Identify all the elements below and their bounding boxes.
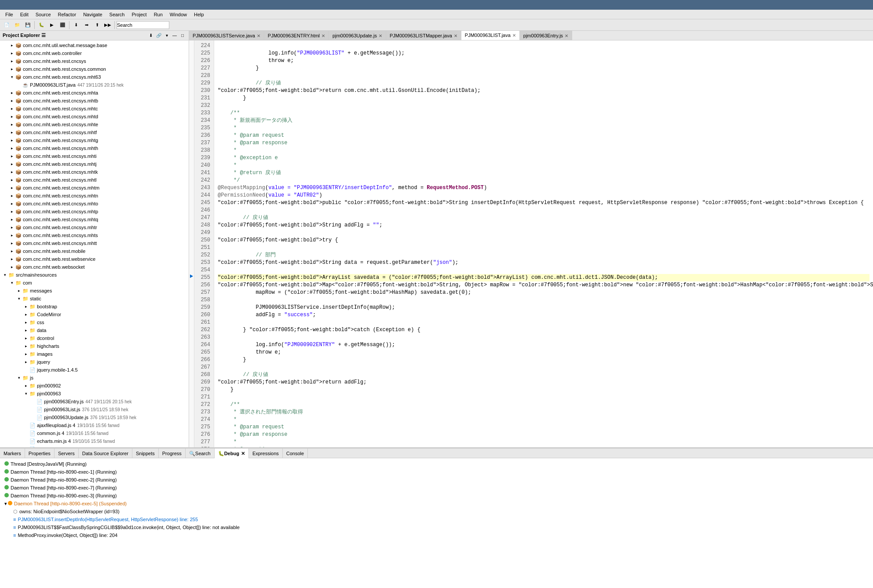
tree-item[interactable]: ▸📦com.cnc.mht.web.rest.cncsys.mhtl — [0, 176, 189, 184]
debug-item[interactable]: ≡PJM000963LIST$$FastClassBySpringCGLIB$$… — [2, 523, 871, 531]
gutter-line[interactable] — [189, 108, 194, 115]
gutter-line[interactable] — [189, 100, 194, 108]
gutter-line[interactable] — [189, 280, 194, 287]
tree-arrow-icon[interactable]: ▸ — [9, 153, 15, 159]
gutter-line[interactable] — [189, 369, 194, 377]
gutter-line[interactable] — [189, 63, 194, 70]
tab-close-btn[interactable]: ✕ — [512, 33, 516, 38]
toolbar-save[interactable]: 💾 — [23, 20, 33, 30]
gutter-line[interactable] — [189, 115, 194, 123]
gutter-line[interactable] — [189, 138, 194, 145]
toolbar-new[interactable]: 📄 — [2, 20, 11, 30]
code-content[interactable]: log.info("PJM000963LIST" + e.getMessage(… — [214, 40, 873, 447]
tree-arrow-icon[interactable]: ▸ — [9, 240, 15, 246]
tab-close-btn[interactable]: ✕ — [257, 33, 260, 38]
tree-item[interactable]: ▸📦com.cnc.mht.web.rest.cncsys.mhtc — [0, 105, 189, 113]
tree-arrow-icon[interactable]: ▸ — [9, 50, 15, 56]
bottom-tab[interactable]: Servers — [55, 449, 79, 458]
tree-item[interactable]: ▸📦com.cnc.mht.web.rest.cncsys.mhtd — [0, 113, 189, 121]
gutter-line[interactable] — [189, 160, 194, 168]
code-editor[interactable]: 2242252262272282292302312322332342352362… — [189, 40, 873, 447]
tree-item[interactable]: ▸📦com.cnc.mht.web.rest.cncsys.mhtf — [0, 128, 189, 136]
tree-arrow-icon[interactable]: ▸ — [23, 319, 29, 325]
tree-arrow-icon[interactable]: ▸ — [9, 58, 15, 64]
bottom-tab[interactable]: Data Source Explorer — [79, 449, 132, 458]
menu-edit[interactable]: Edit — [17, 11, 32, 18]
menu-run[interactable]: Run — [150, 11, 166, 18]
tab-close-btn[interactable]: ✕ — [379, 33, 382, 38]
maximize-btn[interactable]: □ — [179, 32, 186, 39]
tree-item[interactable]: ▸📦com.cnc.mht.web.rest.cncsys.mhtn — [0, 192, 189, 200]
tab-close-btn[interactable]: ✕ — [321, 33, 325, 38]
bottom-tab[interactable]: Expressions — [249, 449, 283, 458]
search-input[interactable] — [117, 21, 169, 29]
gutter-line[interactable] — [189, 78, 194, 85]
tree-item[interactable]: ▸📁pjm000902 — [0, 382, 189, 390]
gutter-line[interactable] — [189, 235, 194, 242]
tree-item[interactable]: ▸📦com.cnc.mht.web.rest.cncsys.mhtp — [0, 208, 189, 215]
tree-item[interactable]: 📄pjm000963List.js 376 19/11/25 18:59 hek — [0, 405, 189, 413]
tree-item[interactable]: ▾📁js — [0, 374, 189, 382]
menu-project[interactable]: Project — [128, 11, 150, 18]
gutter-line[interactable] — [189, 422, 194, 429]
tree-arrow-icon[interactable]: ▸ — [9, 129, 15, 135]
gutter-line[interactable] — [189, 384, 194, 392]
tree-item[interactable]: ▸📦com.cnc.mht.web.rest.cncsys.mhto — [0, 200, 189, 208]
gutter-line[interactable] — [189, 429, 194, 437]
tree-item[interactable]: ▸📦com.cnc.mht.web.rest.cncsys.mhtq — [0, 215, 189, 223]
tree-arrow-icon[interactable]: ▸ — [9, 264, 15, 270]
tree-arrow-icon[interactable]: ▸ — [23, 335, 29, 341]
tree-arrow-icon[interactable]: ▸ — [9, 121, 15, 128]
tree-arrow-icon[interactable]: ▸ — [9, 248, 15, 254]
tree-arrow-icon[interactable]: ▾ — [23, 391, 29, 397]
tree-arrow-icon[interactable]: ▸ — [9, 256, 15, 262]
tree-item[interactable]: ▸📦com.cnc.mht.web.rest.cncsys.mhta — [0, 89, 189, 97]
debug-item[interactable]: ⬡owns: NioEndpoint$NioSocketWrapper (id=… — [2, 508, 871, 515]
tree-arrow-icon[interactable]: ▸ — [23, 383, 29, 389]
tree-item[interactable]: ▸📁data — [0, 326, 189, 334]
gutter-line[interactable] — [189, 444, 194, 447]
tree-item[interactable]: ▸📦com.cnc.mht.web.rest.cncsys.mhti — [0, 152, 189, 160]
debug-item[interactable]: Thread [DestroyJavaVM] (Running) — [2, 460, 871, 468]
tree-item[interactable]: ▸📦com.cnc.mht.web.rest.cncsys.mhtj — [0, 160, 189, 168]
tree-item[interactable]: ▸📦com.cnc.mht.web.rest.mobile — [0, 247, 189, 255]
tree-arrow-icon[interactable] — [30, 398, 36, 405]
tree-item[interactable]: ▸📦com.cnc.mht.web.rest.cncsys.mhtm — [0, 184, 189, 192]
gutter-line[interactable] — [189, 399, 194, 407]
gutter-line[interactable] — [189, 295, 194, 302]
tree-arrow-icon[interactable]: ▸ — [9, 66, 15, 72]
tree-item[interactable]: ▸📦com.cnc.mht.web.rest.cncsys — [0, 57, 189, 65]
debug-item[interactable]: ≡PJM000963LIST.insertDeptInfo(HttpServle… — [2, 515, 871, 523]
tree-item[interactable]: 📄echarts.min.js 4 19/10/16 15:56 fanwd — [0, 437, 189, 445]
tree-item[interactable]: ▸📦com.cnc.mht.web.rest.cncsys.mhtg — [0, 136, 189, 144]
gutter-line[interactable] — [189, 153, 194, 160]
debug-item[interactable]: ≡MethodProxy.invoke(Object, Object[]) li… — [2, 531, 871, 539]
toolbar-debug[interactable]: 🐛 — [37, 20, 46, 30]
project-tree[interactable]: ▸📦com.cnc.mht.util.wechat.message.base▸📦… — [0, 40, 189, 447]
debug-item[interactable]: Daemon Thread [http-nio-8090-exec-7] (Ru… — [2, 484, 871, 492]
tree-item[interactable]: ▸📁CodeMirror — [0, 310, 189, 318]
tree-item[interactable]: 📄pjm000963Entry.js 447 19/11/26 20:15 he… — [0, 398, 189, 405]
gutter-line[interactable] — [189, 437, 194, 444]
tree-arrow-icon[interactable]: ▸ — [9, 177, 15, 183]
tree-arrow-icon[interactable]: ▸ — [9, 145, 15, 151]
tree-arrow-icon[interactable]: ▸ — [9, 193, 15, 199]
tree-item[interactable]: ▸📦com.cnc.mht.web.rest.cncsys.common — [0, 65, 189, 73]
tree-arrow-icon[interactable] — [23, 367, 29, 373]
tree-arrow-icon[interactable]: ▸ — [9, 185, 15, 191]
editor-tab[interactable]: PJM000963LISTService.java✕ — [189, 31, 264, 40]
tree-item[interactable]: 📄pjm000963Update.js 376 19/11/25 18:59 h… — [0, 413, 189, 421]
menu-refactor[interactable]: Refactor — [55, 11, 80, 18]
tree-arrow-icon[interactable]: ▸ — [23, 343, 29, 349]
tree-item[interactable]: ▸📁images — [0, 350, 189, 358]
tree-arrow-icon[interactable]: ▸ — [9, 224, 15, 230]
tree-item[interactable]: ▸📁jquery — [0, 358, 189, 366]
gutter-line[interactable] — [189, 272, 194, 280]
gutter-line[interactable] — [189, 250, 194, 257]
bottom-tab[interactable]: Progress — [159, 449, 186, 458]
gutter-line[interactable] — [189, 347, 194, 354]
debug-item[interactable]: Daemon Thread [http-nio-8090-exec-3] (Ru… — [2, 492, 871, 500]
tree-arrow-icon[interactable]: ▸ — [9, 208, 15, 215]
tree-arrow-icon[interactable] — [30, 406, 36, 413]
tree-item[interactable]: 📄common.js 4 19/10/16 15:56 fanwd — [0, 429, 189, 437]
